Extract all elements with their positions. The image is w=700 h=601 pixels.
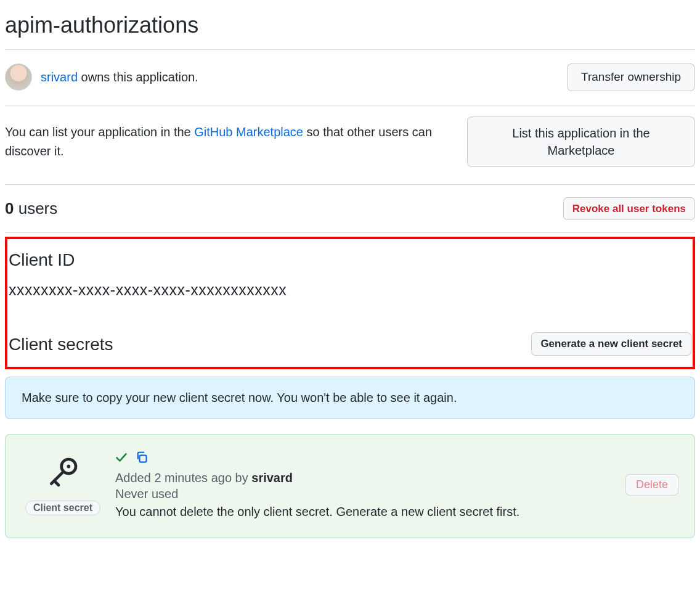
- client-id-heading: Client ID: [9, 250, 691, 270]
- marketplace-text-before: You can list your application in the: [5, 125, 194, 139]
- marketplace-row: You can list your application in the Git…: [5, 105, 695, 184]
- page-title: apim-authorizations: [5, 12, 695, 38]
- client-secret-badge: Client secret: [25, 501, 100, 515]
- users-count: 0: [5, 199, 14, 218]
- generate-client-secret-button[interactable]: Generate a new client secret: [531, 332, 691, 356]
- owner-suffix: owns this application.: [78, 70, 198, 84]
- copy-secret-warning-banner: Make sure to copy your new client secret…: [5, 377, 695, 419]
- transfer-ownership-button[interactable]: Transfer ownership: [567, 63, 695, 91]
- owner-text: srivard owns this application.: [41, 70, 198, 84]
- client-secret-card: Client secret Added 2 minutes ago by sri…: [5, 434, 695, 538]
- delete-secret-button[interactable]: Delete: [625, 474, 678, 496]
- svg-point-1: [67, 465, 71, 468]
- client-secrets-heading: Client secrets: [9, 335, 113, 354]
- secret-usage-line: Never used: [115, 487, 619, 501]
- users-row: 0 users Revoke all user tokens: [5, 185, 695, 233]
- owner-username-link[interactable]: srivard: [41, 70, 78, 84]
- highlight-annotation-box: Client ID xxxxxxxx-xxxx-xxxx-xxxx-xxxxxx…: [5, 237, 695, 369]
- secret-added-line: Added 2 minutes ago by srivard: [115, 471, 619, 485]
- key-icon: [46, 455, 80, 492]
- copy-icon[interactable]: [135, 451, 149, 467]
- owner-row: srivard owns this application. Transfer …: [5, 50, 695, 105]
- check-icon: [115, 451, 128, 467]
- secret-delete-note: You cannot delete the only client secret…: [115, 505, 619, 519]
- github-marketplace-link[interactable]: GitHub Marketplace: [194, 125, 303, 139]
- list-in-marketplace-button[interactable]: List this application in the Marketplace: [467, 117, 695, 167]
- svg-rect-2: [140, 456, 147, 462]
- divider: [5, 232, 695, 233]
- users-count-label: 0 users: [5, 199, 57, 218]
- users-label-text: users: [14, 199, 57, 218]
- owner-avatar[interactable]: [5, 63, 32, 91]
- revoke-tokens-button[interactable]: Revoke all user tokens: [563, 197, 695, 221]
- client-id-value: xxxxxxxx-xxxx-xxxx-xxxx-xxxxxxxxxxxx: [9, 281, 691, 299]
- client-secrets-header: Client secrets Generate a new client sec…: [9, 331, 691, 357]
